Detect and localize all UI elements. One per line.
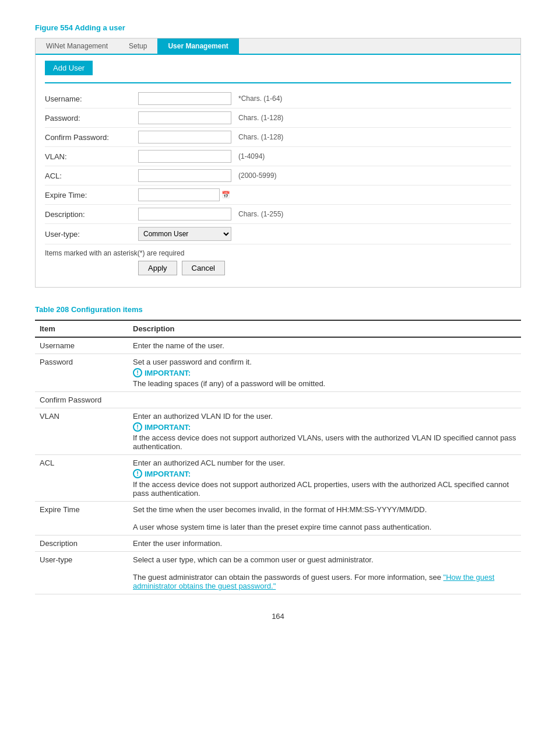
table-row: VLAN Enter an authorized VLAN ID for the… [35, 408, 521, 455]
important-label-password: IMPORTANT: [145, 369, 191, 377]
table-title: Table 208 Configuration items [35, 305, 521, 314]
table-row: User-type Select a user type, which can … [35, 552, 521, 594]
important-icon-acl: ! [133, 469, 142, 478]
tab-user-management[interactable]: User Management [157, 38, 238, 54]
col-header-description: Description [128, 320, 521, 337]
table-row: Expire Time Set the time when the user b… [35, 502, 521, 536]
col-header-item: Item [35, 320, 128, 337]
item-confirm-password: Confirm Password [35, 392, 128, 408]
username-hint: *Chars. (1-64) [238, 94, 282, 103]
desc-password: Set a user password and confirm it. ! IM… [128, 354, 521, 392]
username-input[interactable] [138, 92, 231, 105]
description-input[interactable] [138, 208, 231, 220]
button-row: Apply Cancel [45, 261, 511, 281]
table-row: Password Set a user password and confirm… [35, 354, 521, 392]
item-expire-time: Expire Time [35, 502, 128, 536]
vlan-label: VLAN: [45, 152, 138, 161]
confirm-password-input[interactable] [138, 131, 231, 144]
item-user-type: User-type [35, 552, 128, 594]
section-bar: Add User [45, 61, 511, 83]
important-icon-password: ! [133, 368, 142, 377]
acl-input[interactable] [138, 169, 231, 182]
tab-setup[interactable]: Setup [118, 38, 157, 54]
expire-time-input[interactable] [138, 188, 220, 201]
expire-input-wrapper: 📅 [138, 188, 230, 201]
vlan-row: VLAN: (1-4094) [45, 147, 511, 166]
vlan-input[interactable] [138, 150, 231, 163]
expire-time-label: Expire Time: [45, 191, 138, 200]
table-header-row: Item Description [35, 320, 521, 337]
guest-password-link[interactable]: "How the guest administrator obtains the… [133, 573, 494, 590]
item-vlan: VLAN [35, 408, 128, 455]
confirm-password-hint: Chars. (1-128) [238, 133, 283, 141]
calendar-icon[interactable]: 📅 [221, 191, 230, 199]
important-label-vlan: IMPORTANT: [145, 423, 191, 432]
important-row-vlan: ! IMPORTANT: [133, 422, 516, 432]
description-label: Description: [45, 210, 138, 219]
important-label-acl: IMPORTANT: [145, 470, 191, 478]
ui-panel: WiNet Management Setup User Management A… [35, 38, 521, 288]
item-password: Password [35, 354, 128, 392]
acl-label: ACL: [45, 172, 138, 180]
table-row: Confirm Password [35, 392, 521, 408]
desc-user-type: Select a user type, which can be a commo… [128, 552, 521, 594]
tab-winet-management[interactable]: WiNet Management [36, 38, 118, 54]
password-hint: Chars. (1-128) [238, 114, 283, 122]
confirm-password-row: Confirm Password: Chars. (1-128) [45, 128, 511, 147]
desc-description: Enter the user information. [128, 536, 521, 552]
description-row: Description: Chars. (1-255) [45, 205, 511, 224]
apply-button[interactable]: Apply [138, 261, 177, 275]
page-number: 164 [35, 612, 521, 621]
item-description: Description [35, 536, 128, 552]
vlan-hint: (1-4094) [238, 152, 265, 160]
form-area: Add User Username: *Chars. (1-64) Passwo… [36, 55, 520, 287]
desc-vlan: Enter an authorized VLAN ID for the user… [128, 408, 521, 455]
cancel-button[interactable]: Cancel [182, 261, 225, 275]
password-input[interactable] [138, 111, 231, 124]
figure-title: Figure 554 Adding a user [35, 23, 521, 32]
desc-username: Enter the name of the user. [128, 337, 521, 354]
username-row: Username: *Chars. (1-64) [45, 89, 511, 108]
item-username: Username [35, 337, 128, 354]
table-row: ACL Enter an authorized ACL number for t… [35, 455, 521, 502]
important-row-acl: ! IMPORTANT: [133, 469, 516, 478]
important-row-password: ! IMPORTANT: [133, 368, 516, 377]
description-hint: Chars. (1-255) [238, 210, 283, 218]
required-note: Items marked with an asterisk(*) are req… [45, 249, 511, 257]
desc-confirm-password [128, 392, 521, 408]
password-row: Password: Chars. (1-128) [45, 108, 511, 128]
table-row: Username Enter the name of the user. [35, 337, 521, 354]
table-row: Description Enter the user information. [35, 536, 521, 552]
config-table: Item Description Username Enter the name… [35, 320, 521, 594]
user-type-select[interactable]: Common User Guest Administrator [138, 227, 231, 241]
username-label: Username: [45, 94, 138, 103]
desc-expire-time: Set the time when the user becomes inval… [128, 502, 521, 536]
item-acl: ACL [35, 455, 128, 502]
acl-row: ACL: (2000-5999) [45, 166, 511, 186]
expire-time-row: Expire Time: 📅 [45, 186, 511, 205]
acl-hint: (2000-5999) [238, 172, 276, 180]
important-icon-vlan: ! [133, 422, 142, 432]
password-label: Password: [45, 114, 138, 123]
user-type-label: User-type: [45, 230, 138, 239]
tab-bar: WiNet Management Setup User Management [36, 38, 520, 55]
confirm-password-label: Confirm Password: [45, 133, 138, 142]
add-user-button[interactable]: Add User [45, 61, 93, 75]
desc-acl: Enter an authorized ACL number for the u… [128, 455, 521, 502]
user-type-row: User-type: Common User Guest Administrat… [45, 224, 511, 244]
